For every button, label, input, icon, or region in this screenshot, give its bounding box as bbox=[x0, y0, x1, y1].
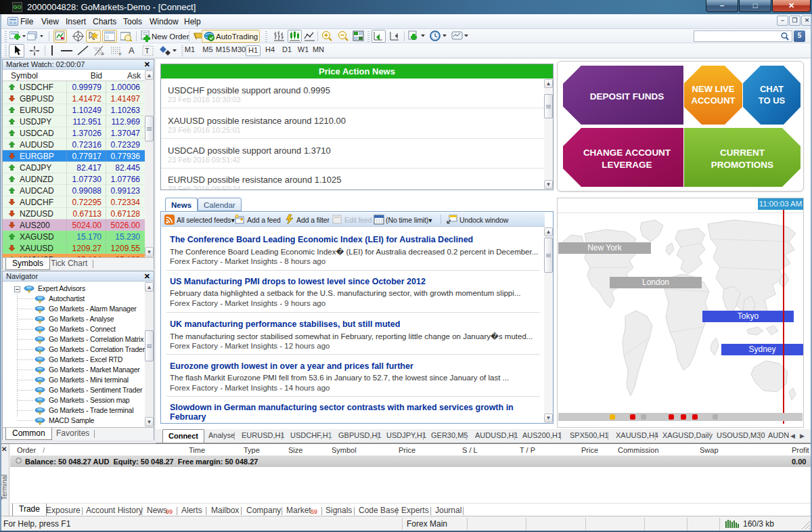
svg-text:F: F bbox=[119, 52, 122, 56]
svg-text:F: F bbox=[102, 52, 104, 56]
svg-text:T: T bbox=[145, 47, 150, 55]
